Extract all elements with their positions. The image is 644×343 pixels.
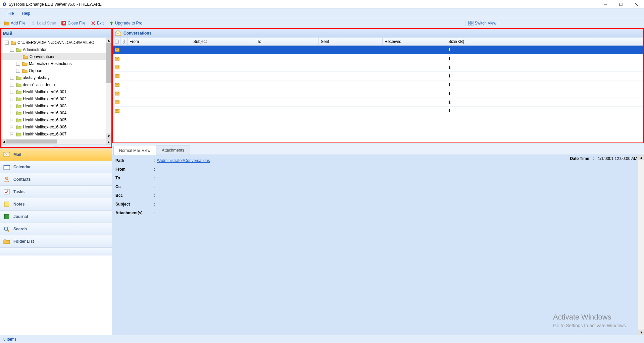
expand-icon[interactable]: + [10, 90, 14, 94]
path-link[interactable]: \\Administrator\Conversations [157, 158, 210, 163]
splitter-handle[interactable]: ····· [1, 145, 111, 147]
svg-rect-13 [471, 23, 473, 25]
folder-icon [22, 61, 28, 66]
col-sent[interactable]: Sent [319, 38, 383, 45]
scroll-up-icon[interactable]: ▴ [638, 155, 644, 160]
conversations-header: Conversations [113, 29, 643, 38]
folder-plus-icon [4, 21, 9, 25]
cell-size: 1 [446, 109, 643, 113]
nav-tasks[interactable]: Tasks [0, 185, 112, 198]
nav-journal[interactable]: Journal [0, 210, 112, 223]
nav-search[interactable]: Search [0, 223, 112, 235]
expand-icon[interactable]: + [10, 76, 14, 80]
table-row[interactable]: 1 [113, 46, 643, 54]
scroll-right-icon[interactable]: ▸ [106, 139, 111, 145]
scroll-down-icon[interactable]: ▾ [638, 330, 644, 335]
folder-tree[interactable]: − C:\USERS\ADMIN\DOWNLOADS\MAILBO − Admi… [1, 38, 111, 139]
expand-icon[interactable]: + [10, 104, 14, 108]
expand-icon[interactable]: + [10, 97, 14, 101]
switch-view-button[interactable]: Switch View [465, 20, 503, 26]
col-type-icon[interactable] [113, 38, 121, 45]
collapse-icon[interactable]: − [5, 41, 9, 45]
close-file-button[interactable]: Close File [59, 20, 88, 26]
tree-conversations[interactable]: Conversations [1, 53, 111, 60]
calendar-icon [3, 164, 10, 170]
tree-mailbox-item[interactable]: +HealthMailbox-ex16-003 [1, 102, 111, 109]
tab-normal-mail[interactable]: Normal Mail View [113, 146, 156, 155]
upgrade-button[interactable]: Upgrade to Pro [106, 20, 145, 26]
scroll-thumb[interactable] [6, 139, 57, 144]
tree-root[interactable]: − C:\USERS\ADMIN\DOWNLOADS\MAILBO [1, 39, 111, 46]
col-size[interactable]: Size(KB) [446, 38, 643, 45]
mailbox-icon [16, 125, 21, 129]
cell-size: 1 [446, 91, 643, 96]
scroll-left-icon[interactable]: ◂ [1, 139, 6, 145]
tree-administrator[interactable]: − Administrator [1, 46, 111, 53]
menu-help[interactable]: Help [18, 10, 34, 17]
expand-icon[interactable]: + [16, 69, 20, 73]
table-row[interactable]: 1 [113, 54, 643, 63]
envelope-icon [115, 48, 121, 52]
tree-vscrollbar[interactable]: ▴ ▾ [106, 38, 111, 139]
table-row[interactable]: 1 [113, 63, 643, 72]
tree-mailbox-item[interactable]: +HealthMailbox-ex16-004 [1, 109, 111, 116]
tree-mailbox-item[interactable]: +HealthMailbox-ex16-002 [1, 95, 111, 102]
col-received[interactable]: Received [383, 38, 446, 45]
col-to[interactable]: To [255, 38, 319, 45]
expand-icon[interactable]: + [10, 132, 14, 136]
tab-attachments[interactable]: Attachments [156, 146, 190, 155]
svg-rect-19 [4, 202, 9, 207]
nav-contacts[interactable]: Contacts [0, 173, 112, 185]
table-row[interactable]: 1 [113, 72, 643, 80]
tree-mailbox-item[interactable]: +HealthMailbox-ex16-006 [1, 123, 111, 130]
col-subject[interactable]: Subject [191, 38, 255, 45]
scroll-thumb[interactable] [106, 43, 111, 83]
envelope-icon [115, 100, 121, 104]
mailbox-icon [16, 132, 21, 136]
grid-body[interactable]: 11111111 [113, 46, 643, 142]
table-row[interactable]: 1 [113, 80, 643, 89]
preview-vscrollbar[interactable]: ▴ ▾ [638, 155, 644, 335]
tree-mailbox-item[interactable]: +HealthMailbox-ex16-005 [1, 116, 111, 123]
datetime-row: Date Time : 1/1/0001 12:00:00 AM [570, 156, 637, 161]
expand-icon[interactable]: + [10, 125, 14, 129]
mailbox-icon [16, 111, 21, 115]
close-button[interactable] [629, 0, 644, 9]
nav-mail[interactable]: Mail [0, 148, 112, 161]
exit-button[interactable]: Exit [88, 20, 106, 26]
x-red-icon [91, 21, 96, 25]
envelope-icon [115, 74, 121, 78]
table-row[interactable]: 1 [113, 107, 643, 115]
tree-mailbox-item[interactable]: +demo1 acc. demo [1, 81, 111, 88]
envelope-icon [3, 152, 10, 158]
maximize-button[interactable] [613, 0, 629, 9]
tree-mailbox-item[interactable]: +HealthMailbox-ex16-001 [1, 88, 111, 95]
col-from[interactable]: From [128, 38, 191, 45]
tree-mailbox-item[interactable]: +HealthMailbox-ex16-007 [1, 130, 111, 137]
expand-icon[interactable]: + [10, 111, 14, 115]
tree-orphan[interactable]: + Orphan [1, 67, 111, 74]
col-attach-icon[interactable] [121, 38, 128, 45]
scroll-up-icon[interactable]: ▴ [106, 38, 111, 43]
expand-icon[interactable]: + [10, 83, 14, 87]
load-scan-button[interactable]: Load Scan [28, 20, 59, 26]
menu-file[interactable]: File [3, 10, 18, 17]
table-row[interactable]: 1 [113, 89, 643, 98]
tree-materialized[interactable]: + MaterializedRestrictions [1, 60, 111, 67]
expand-icon[interactable]: + [10, 118, 14, 122]
expand-icon[interactable]: + [16, 62, 20, 66]
nav-calendar[interactable]: Calendar [0, 161, 112, 173]
tree-mailbox-item[interactable]: +akshay akshay [1, 74, 111, 81]
scroll-down-icon[interactable]: ▾ [106, 133, 111, 139]
tree-hscrollbar[interactable]: ◂ ▸ [1, 139, 111, 145]
conversations-grid-panel: Conversations From Subject To Sent Recei… [112, 28, 644, 143]
subject-label: Subject [115, 202, 152, 207]
minimize-button[interactable] [598, 0, 613, 9]
nav-notes[interactable]: Notes [0, 198, 112, 210]
nav-folder-list[interactable]: Folder List [0, 235, 112, 247]
to-label: To [115, 176, 152, 180]
add-file-button[interactable]: Add File [1, 20, 28, 26]
table-row[interactable]: 1 [113, 98, 643, 107]
datetime-label: Date Time [570, 156, 589, 161]
collapse-icon[interactable]: − [10, 48, 14, 52]
